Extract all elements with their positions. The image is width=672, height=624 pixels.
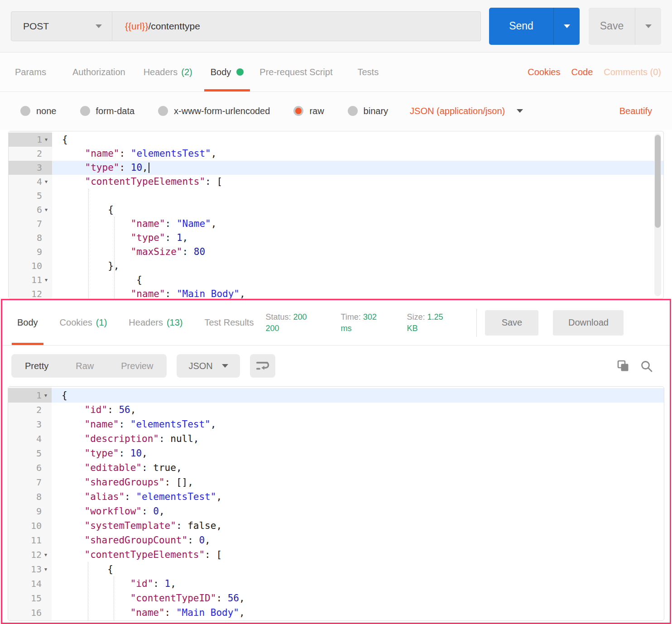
- gutter-line-10: 10: [8, 518, 52, 533]
- tab-tests[interactable]: Tests: [357, 53, 379, 91]
- code-line-1[interactable]: {: [52, 133, 663, 147]
- radio-label: x-www-form-urlencoded: [174, 106, 270, 116]
- tab-headers[interactable]: Headers (2): [144, 53, 192, 91]
- radio-circle-icon: [20, 106, 30, 116]
- content-type-select[interactable]: JSON (application/json): [410, 106, 523, 116]
- line-number: 4: [36, 432, 42, 446]
- method-select[interactable]: POST: [11, 11, 112, 41]
- code-line-3[interactable]: "type": 10,: [52, 161, 663, 175]
- response-editor-code[interactable]: { "id": 56, "name": "elementsTest", "des…: [52, 387, 664, 620]
- cookies-link[interactable]: Cookies: [528, 67, 560, 77]
- status-label: Status:: [265, 312, 291, 322]
- fold-arrow-icon[interactable]: ▾: [42, 547, 50, 562]
- gutter-line-6[interactable]: 6▾: [9, 203, 52, 217]
- code-line-11[interactable]: {: [52, 273, 663, 287]
- gutter-line-11: 11: [8, 533, 52, 547]
- gutter-line-4[interactable]: 4▾: [9, 175, 52, 189]
- code-line-7[interactable]: "name": "Name",: [52, 217, 663, 231]
- code-line-16[interactable]: "name": "Main Body",: [52, 605, 664, 620]
- send-options-button[interactable]: [553, 8, 580, 45]
- tab-pre-request-script[interactable]: Pre-request Script: [259, 53, 332, 91]
- fold-arrow-icon[interactable]: ▾: [42, 133, 50, 147]
- save-response-button[interactable]: Save: [485, 310, 538, 336]
- response-tab-test-results[interactable]: Test Results: [205, 300, 254, 345]
- fold-arrow-icon[interactable]: ▾: [42, 203, 50, 217]
- code-line-3[interactable]: "name": "elementsTest",: [52, 417, 664, 432]
- vertical-scrollbar[interactable]: [654, 134, 661, 296]
- code-line-15[interactable]: "contentTypeID": 56,: [52, 591, 664, 605]
- response-size: Size: 1.25 KB: [407, 312, 450, 334]
- gutter-line-13[interactable]: 13▾: [8, 562, 52, 576]
- line-number: 2: [36, 403, 42, 417]
- code-line-12[interactable]: "contentTypeElements": [: [52, 547, 664, 562]
- fold-arrow-icon[interactable]: ▾: [42, 388, 50, 403]
- line-number: 3: [36, 417, 42, 432]
- tab-params[interactable]: Params: [15, 53, 46, 91]
- code-line-5[interactable]: [52, 189, 663, 203]
- tab-body[interactable]: Body: [211, 53, 244, 91]
- copy-button[interactable]: [617, 360, 629, 372]
- view-preview[interactable]: Preview: [107, 361, 167, 371]
- gutter-line-12[interactable]: 12▾: [8, 547, 52, 562]
- line-number: 9: [36, 504, 42, 518]
- code-line-9[interactable]: "maxSize": 80: [52, 245, 663, 259]
- radio-x-www-form-urlencoded[interactable]: x-www-form-urlencoded: [158, 106, 270, 116]
- code-line-8[interactable]: "alias": "elementsTest",: [52, 490, 664, 504]
- request-editor-code[interactable]: { "name": "elementsTest", "type": 10, "c…: [52, 131, 663, 298]
- response-body-editor[interactable]: 1▾23456789101112▾13▾141516 { "id": 56, "…: [8, 386, 664, 621]
- code-line-9[interactable]: "workflow": 0,: [52, 504, 664, 518]
- gutter-line-1[interactable]: 1▾: [9, 133, 52, 147]
- size-label: Size:: [407, 312, 425, 322]
- tab-authorization[interactable]: Authorization: [72, 53, 125, 91]
- save-request-button[interactable]: Save: [589, 8, 661, 45]
- download-response-button[interactable]: Download: [553, 310, 624, 336]
- code-line-13[interactable]: {: [52, 562, 664, 576]
- radio-form-data[interactable]: form-data: [80, 106, 135, 116]
- beautify-link[interactable]: Beautify: [619, 106, 652, 116]
- tab-label: Pre-request Script: [259, 67, 332, 77]
- wrap-lines-button[interactable]: [250, 354, 275, 378]
- radio-raw[interactable]: raw: [293, 106, 324, 116]
- divider: [476, 309, 477, 337]
- radio-none[interactable]: none: [20, 106, 57, 116]
- save-options-button[interactable]: [635, 8, 661, 45]
- code-line-6[interactable]: {: [52, 203, 663, 217]
- scrollbar-thumb[interactable]: [655, 135, 661, 228]
- code-line-2[interactable]: "name": "elementsTest",: [52, 147, 663, 161]
- chevron-down-icon: [96, 24, 102, 28]
- radio-binary[interactable]: binary: [348, 106, 388, 116]
- view-pretty[interactable]: Pretty: [11, 361, 62, 371]
- comments-link[interactable]: Comments (0): [604, 67, 661, 77]
- code-line-7[interactable]: "sharedGroups": [],: [52, 475, 664, 490]
- line-number: 16: [31, 605, 42, 620]
- code-line-5[interactable]: "type": 10,: [52, 446, 664, 461]
- response-tab-body[interactable]: Body: [17, 300, 38, 345]
- search-button[interactable]: [640, 360, 653, 372]
- response-tab-cookies[interactable]: Cookies (1): [60, 300, 107, 345]
- response-tab-headers[interactable]: Headers (13): [129, 300, 182, 345]
- code-line-11[interactable]: "sharedGroupCount": 0,: [52, 533, 664, 547]
- code-line-14[interactable]: "id": 1,: [52, 576, 664, 591]
- code-line-1[interactable]: {: [52, 388, 664, 403]
- response-format-select[interactable]: JSON: [177, 354, 240, 378]
- view-raw[interactable]: Raw: [62, 361, 107, 371]
- code-line-10[interactable]: "systemTemplate": false,: [52, 518, 664, 533]
- code-link[interactable]: Code: [571, 67, 593, 77]
- code-line-12[interactable]: "name": "Main Body",: [52, 287, 663, 299]
- code-line-4[interactable]: "contentTypeElements": [: [52, 175, 663, 189]
- request-body-editor[interactable]: 1▾234▾56▾7891011▾12 { "name": "elementsT…: [8, 131, 664, 299]
- code-line-10[interactable]: },: [52, 259, 663, 273]
- url-input[interactable]: {{url}}/contenttype: [112, 11, 481, 41]
- code-line-6[interactable]: "editable": true,: [52, 461, 664, 475]
- gutter-line-1[interactable]: 1▾: [8, 388, 52, 403]
- radio-label: raw: [309, 106, 324, 116]
- code-line-4[interactable]: "description": null,: [52, 432, 664, 446]
- send-button[interactable]: Send: [489, 8, 580, 45]
- code-line-2[interactable]: "id": 56,: [52, 403, 664, 417]
- view-mode-switch: Pretty Raw Preview: [11, 354, 167, 378]
- fold-arrow-icon[interactable]: ▾: [42, 562, 50, 576]
- fold-arrow-icon[interactable]: ▾: [42, 273, 50, 287]
- code-line-8[interactable]: "type": 1,: [52, 231, 663, 245]
- fold-arrow-icon[interactable]: ▾: [42, 175, 50, 189]
- gutter-line-11[interactable]: 11▾: [9, 273, 52, 287]
